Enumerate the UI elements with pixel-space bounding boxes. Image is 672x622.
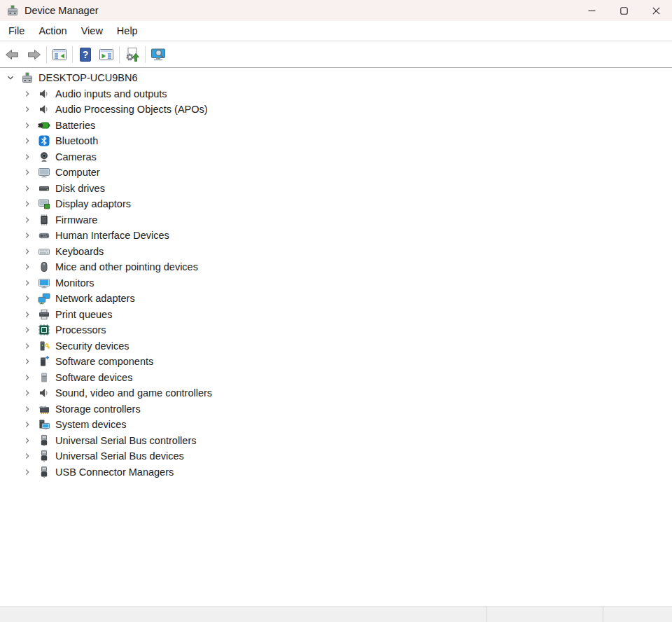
chevron-right-icon[interactable] [22, 151, 33, 163]
printer-icon [38, 308, 50, 321]
tree-item[interactable]: Monitors [0, 275, 672, 291]
show-hide-action-pane-button[interactable] [96, 45, 117, 64]
chevron-right-icon[interactable] [22, 356, 33, 367]
device-manager-app-icon [6, 4, 19, 17]
tree-item[interactable]: Software components [0, 354, 672, 370]
close-icon [652, 7, 660, 15]
chevron-right-icon[interactable] [22, 419, 33, 430]
tree-item-label: Keyboards [55, 246, 104, 257]
chevron-right-icon[interactable] [22, 120, 33, 131]
menu-view[interactable]: View [74, 22, 110, 39]
help-icon: ? [77, 46, 94, 63]
show-hide-console-tree-icon [51, 46, 68, 63]
tree-item[interactable]: Storage controllers [0, 401, 672, 417]
tree-item[interactable]: Computer [0, 165, 672, 181]
tree-item-label: Cameras [55, 151, 97, 163]
menu-help[interactable]: Help [110, 22, 145, 39]
chevron-right-icon[interactable] [22, 403, 33, 415]
chevron-right-icon[interactable] [22, 293, 33, 304]
tree-item[interactable]: Processors [0, 322, 672, 338]
toolbar-separator [119, 46, 120, 63]
tree-item-label: Network adapters [55, 293, 135, 304]
tree-item-label: Security devices [55, 340, 130, 352]
svg-text:?: ? [83, 49, 89, 60]
menu-bar: File Action View Help [0, 21, 672, 41]
chevron-right-icon[interactable] [22, 309, 33, 320]
tree-item[interactable]: Universal Serial Bus devices [0, 448, 672, 464]
menu-file[interactable]: File [1, 22, 31, 39]
tree-item[interactable]: Display adaptors [0, 196, 672, 212]
computer-monitor-icon [38, 166, 50, 179]
chevron-right-icon[interactable] [22, 387, 33, 399]
chevron-right-icon[interactable] [22, 167, 33, 178]
chevron-right-icon[interactable] [22, 88, 33, 99]
chevron-right-icon[interactable] [22, 372, 33, 383]
tree-item[interactable]: Human Interface Devices [0, 228, 672, 244]
chevron-right-icon[interactable] [22, 198, 33, 209]
chevron-right-icon[interactable] [22, 183, 33, 194]
help-button[interactable]: ? [75, 45, 96, 64]
tree-item[interactable]: System devices [0, 417, 672, 433]
disk-drive-icon [38, 182, 50, 195]
show-hide-console-tree-button[interactable] [49, 45, 70, 64]
tree-item[interactable]: Disk drives [0, 181, 672, 197]
chevron-right-icon[interactable] [22, 340, 33, 352]
show-hide-action-pane-icon [98, 46, 115, 63]
chevron-right-icon[interactable] [22, 277, 33, 289]
tree-item[interactable]: Network adapters [0, 291, 672, 307]
monitor-icon [38, 277, 50, 289]
tree-item[interactable]: Mice and other pointing devices [0, 259, 672, 275]
tree-item-label: Human Interface Devices [55, 230, 169, 241]
tree-item-label: Mice and other pointing devices [55, 261, 198, 272]
software-device-icon [38, 371, 50, 384]
tree-item[interactable]: Universal Serial Bus controllers [0, 433, 672, 449]
title-bar: Device Manager [0, 0, 672, 21]
chevron-right-icon[interactable] [22, 466, 33, 478]
chevron-right-icon[interactable] [22, 214, 33, 226]
menu-action[interactable]: Action [31, 22, 74, 39]
tree-item[interactable]: Cameras [0, 149, 672, 165]
tree-item-label: Firmware [55, 214, 97, 226]
forward-button[interactable] [23, 45, 44, 64]
maximize-button[interactable] [608, 0, 640, 21]
tree-root-item[interactable]: DESKTOP-UCU9BN6 [0, 70, 672, 86]
chevron-right-icon[interactable] [22, 246, 33, 257]
back-button[interactable] [2, 45, 23, 64]
tree-item-label: Universal Serial Bus devices [55, 450, 184, 462]
tree-item-label: Universal Serial Bus controllers [55, 435, 196, 446]
battery-icon [38, 119, 50, 132]
tree-item[interactable]: Firmware [0, 212, 672, 228]
tree-item-label: Monitors [55, 277, 94, 289]
update-driver-icon [124, 46, 141, 63]
chevron-right-icon[interactable] [22, 230, 33, 241]
tree-item[interactable]: Bluetooth [0, 133, 672, 149]
tree-item[interactable]: Audio Processing Objects (APOs) [0, 102, 672, 118]
chevron-down-icon[interactable] [5, 72, 16, 83]
chevron-right-icon[interactable] [22, 135, 33, 146]
minimize-button[interactable] [575, 0, 608, 21]
close-button[interactable] [640, 0, 672, 21]
tree-item[interactable]: Keyboards [0, 244, 672, 260]
chevron-right-icon[interactable] [22, 324, 33, 336]
chevron-right-icon[interactable] [22, 450, 33, 462]
tree-item-label: Computer [55, 167, 100, 178]
tree-item[interactable]: Batteries [0, 118, 672, 134]
tree-item[interactable]: USB Connector Managers [0, 464, 672, 481]
tree-item[interactable]: Audio inputs and outputs [0, 86, 672, 102]
toolbar-separator [46, 46, 47, 63]
usb-plug-icon [38, 434, 50, 447]
tree-item[interactable]: Software devices [0, 370, 672, 386]
tree-item-label: USB Connector Managers [55, 466, 174, 478]
tree-item[interactable]: Print queues [0, 307, 672, 323]
update-driver-button[interactable] [122, 45, 143, 64]
chevron-right-icon[interactable] [22, 104, 33, 115]
scan-hardware-changes-button[interactable] [148, 45, 169, 64]
tree-item[interactable]: Sound, video and game controllers [0, 385, 672, 401]
toolbar-separator [145, 46, 146, 63]
display-adapter-icon [38, 198, 50, 210]
tree-item-label: Batteries [55, 120, 95, 131]
chevron-right-icon[interactable] [22, 261, 33, 272]
tree-item[interactable]: Security devices [0, 338, 672, 354]
chevron-right-icon[interactable] [22, 435, 33, 446]
scan-hardware-changes-icon [150, 46, 167, 63]
